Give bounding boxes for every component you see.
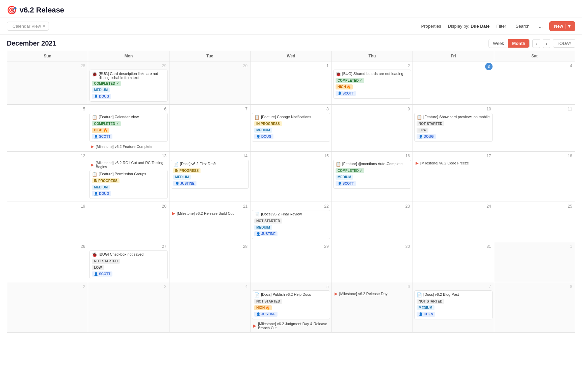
day-number: 7 — [171, 106, 249, 112]
calendar-day[interactable]: 5📄[Docs] Publish v6.2 Help DocsNOT START… — [250, 282, 332, 333]
task-card[interactable]: 📄[Docs] v6.2 Final ReviewNOT STARTEDMEDI… — [252, 210, 330, 239]
card-type-icon: 📋 — [92, 115, 97, 120]
badges-row3: 👤 JUSTINE — [254, 312, 327, 317]
calendar-day[interactable]: 29🐞[BUG] Card description links are not … — [88, 61, 169, 105]
calendar-day[interactable]: 1 — [494, 242, 575, 282]
search-button[interactable]: Search — [513, 22, 532, 30]
card-title: 🐞[BUG] Checkbox not saved — [92, 252, 165, 257]
task-card[interactable]: 📋[Feature] Permission GroupsIN PROGRESSM… — [89, 170, 167, 199]
calendar-day[interactable]: 28 — [169, 242, 250, 282]
calendar-day[interactable]: 7📄[Docs] v6.2 Blog PostNOT STARTEDMEDIUM… — [413, 282, 494, 333]
calendar-day[interactable]: 23 — [332, 202, 413, 242]
day-number: 22 — [252, 203, 330, 209]
calendar-day[interactable]: 27🐞[BUG] Checkbox not savedNOT STARTEDLO… — [88, 242, 169, 282]
person-badge: 👤 SCOTT — [336, 181, 356, 186]
badges-row: NOT STARTED — [254, 218, 327, 224]
properties-button[interactable]: Properties — [419, 22, 444, 30]
calendar-day[interactable]: 30 — [332, 242, 413, 282]
task-card[interactable]: 📋[Feature] @mentions Auto-CompleteCOMPLE… — [333, 160, 411, 189]
card-title: 📋[Feature] @mentions Auto-Complete — [336, 162, 409, 167]
milestone-event[interactable]: ▶[Milestone] v6.2 Code Freeze — [414, 160, 492, 166]
milestone-event[interactable]: ▶[Milestone] v6.2 Release Build Cut — [171, 210, 249, 217]
calendar-day[interactable]: 8📋[Feature] Change NotificationsIN PROGR… — [250, 105, 332, 152]
calendar-body: 2829🐞[BUG] Card description links are no… — [7, 61, 575, 333]
calendar-day[interactable]: 10📋[Feature] Show card previews on mobil… — [413, 105, 494, 152]
more-button[interactable]: ... — [536, 22, 545, 30]
calendar-day[interactable]: 19 — [7, 202, 88, 242]
prev-month-button[interactable]: ‹ — [532, 39, 540, 48]
task-card[interactable]: 📄[Docs] Publish v6.2 Help DocsNOT STARTE… — [252, 290, 330, 319]
task-card[interactable]: 📋[Feature] Show card previews on mobileN… — [414, 113, 492, 142]
calendar-day[interactable]: 20 — [88, 202, 169, 242]
card-title-text: [BUG] Card description links are not dis… — [99, 72, 165, 80]
milestone-event[interactable]: ▶[Milestone] v6.2 Feature Complete — [89, 143, 167, 150]
next-month-button[interactable]: › — [543, 39, 551, 48]
header: 🎯 v6.2 Release Calendar View ▾ Propertie… — [0, 0, 582, 35]
calendar-day[interactable]: 9 — [332, 105, 413, 152]
task-card[interactable]: 🐞[BUG] Card description links are not di… — [89, 70, 167, 102]
new-button[interactable]: New ▾ — [549, 21, 575, 31]
month-title: December 2021 — [7, 40, 56, 47]
calendar-day[interactable]: 8 — [494, 282, 575, 333]
milestone-event[interactable]: ▶[Milestone] v6.2 RC1 Cut and RC Testing… — [89, 160, 167, 170]
calendar-day[interactable]: 2 — [7, 282, 88, 333]
day-header-thu: Thu — [332, 51, 413, 61]
status-badge: IN PROGRESS — [92, 178, 119, 183]
calendar-day[interactable]: 21▶[Milestone] v6.2 Release Build Cut — [169, 202, 250, 242]
person-badge: 👤 DOUG — [92, 94, 111, 99]
calendar-day[interactable]: 1 — [250, 61, 332, 105]
chevron-down-icon: ▾ — [43, 24, 45, 29]
calendar-day[interactable]: 6▶[Milestone] v6.2 Release Day — [332, 282, 413, 333]
milestone-event[interactable]: ▶[Milestone] v6.2 Release Day — [333, 290, 411, 297]
milestone-event[interactable]: ▶[Milestone] v6.2 Judgment Day & Release… — [252, 321, 330, 331]
calendar-day[interactable]: 18 — [494, 152, 575, 202]
calendar-day[interactable]: 6📋[Feature] Calendar ViewCOMPLETED ✓HIGH… — [88, 105, 169, 152]
calendar-day[interactable]: 15 — [250, 152, 332, 202]
card-type-icon: 📄 — [254, 292, 260, 297]
calendar-day[interactable]: 26 — [7, 242, 88, 282]
calendar-day[interactable]: 4 — [169, 282, 250, 333]
calendar-day[interactable]: 25 — [494, 202, 575, 242]
card-type-icon: 🐞 — [92, 252, 97, 257]
week-view-button[interactable]: Week — [489, 39, 508, 48]
calendar-day[interactable]: 7 — [169, 105, 250, 152]
calendar-day[interactable]: 3 — [88, 282, 169, 333]
filter-button[interactable]: Filter — [494, 22, 509, 30]
calendar-day[interactable]: 24 — [413, 202, 494, 242]
day-number: 31 — [414, 243, 492, 250]
calendar-day[interactable]: 3 — [413, 61, 494, 105]
badges-row3: 👤 CHEN — [417, 312, 490, 317]
calendar-day[interactable]: 17▶[Milestone] v6.2 Code Freeze — [413, 152, 494, 202]
calendar-day[interactable]: 2🐞[BUG] Shared boards are not loadingCOM… — [332, 61, 413, 105]
badges-row: IN PROGRESS — [254, 121, 327, 127]
badges-row: IN PROGRESS — [92, 178, 165, 184]
calendar-day[interactable]: 28 — [7, 61, 88, 105]
badges-row3: 👤 DOUG — [254, 134, 327, 140]
calendar-day[interactable]: 12 — [7, 152, 88, 202]
calendar-day[interactable]: 5 — [7, 105, 88, 152]
calendar-day[interactable]: 16📋[Feature] @mentions Auto-CompleteCOMP… — [332, 152, 413, 202]
calendar-day[interactable]: 30 — [169, 61, 250, 105]
calendar-day[interactable]: 13▶[Milestone] v6.2 RC1 Cut and RC Testi… — [88, 152, 169, 202]
view-selector[interactable]: Calendar View ▾ — [7, 22, 49, 31]
calendar-day[interactable]: 11 — [494, 105, 575, 152]
task-card[interactable]: 🐞[BUG] Checkbox not savedNOT STARTEDLOW👤… — [89, 250, 167, 279]
month-view-button[interactable]: Month — [508, 39, 529, 48]
milestone-title: [Milestone] v6.2 Code Freeze — [420, 161, 469, 165]
milestone-title: [Milestone] v6.2 Feature Complete — [96, 145, 152, 149]
card-title: 🐞[BUG] Shared boards are not loading — [336, 72, 409, 77]
card-title-text: [Feature] Change Notifications — [261, 115, 311, 119]
calendar-day[interactable]: 29 — [250, 242, 332, 282]
task-card[interactable]: 🐞[BUG] Shared boards are not loadingCOMP… — [333, 70, 411, 99]
task-card[interactable]: 📋[Feature] Change NotificationsIN PROGRE… — [252, 113, 330, 142]
task-card[interactable]: 📄[Docs] v6.2 First DraftIN PROGRESSMEDIU… — [171, 160, 249, 189]
task-card[interactable]: 📋[Feature] Calendar ViewCOMPLETED ✓HIGH … — [89, 113, 167, 142]
day-number: 5 — [8, 106, 86, 112]
calendar-day[interactable]: 31 — [413, 242, 494, 282]
calendar-day[interactable]: 22📄[Docs] v6.2 Final ReviewNOT STARTEDME… — [250, 202, 332, 242]
task-card[interactable]: 📄[Docs] v6.2 Blog PostNOT STARTEDMEDIUM👤… — [414, 290, 492, 319]
calendar-day[interactable]: 4 — [494, 61, 575, 105]
today-button[interactable]: TODAY — [553, 39, 575, 48]
calendar-day[interactable]: 14📄[Docs] v6.2 First DraftIN PROGRESSMED… — [169, 152, 250, 202]
app-logo: 🎯 — [7, 5, 16, 15]
